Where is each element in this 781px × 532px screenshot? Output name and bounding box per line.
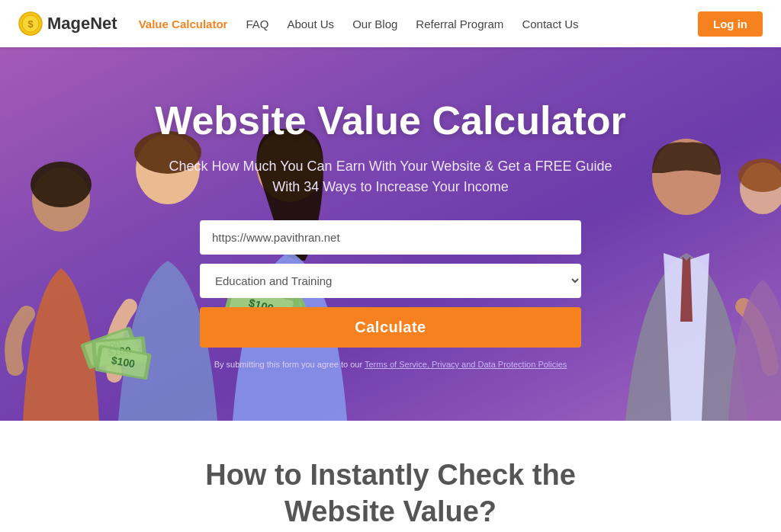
hero-title: Website Value Calculator	[124, 99, 657, 143]
nav-link-about-us[interactable]: About Us	[287, 18, 334, 30]
svg-text:$: $	[27, 18, 34, 30]
tos-text: By submitting this form you agree to our…	[214, 360, 567, 369]
hero-form: Education and Training Technology Financ…	[200, 220, 581, 369]
hero-section: $100 $100 $100	[0, 47, 781, 421]
below-hero-title: How to Instantly Check the Website Value…	[31, 457, 750, 530]
logo-link[interactable]: $ MageNet	[18, 11, 117, 36]
hero-content: Website Value Calculator Check How Much …	[93, 99, 688, 369]
hero-subtitle: Check How Much You Can Earn With Your We…	[124, 156, 657, 197]
url-input[interactable]	[200, 220, 581, 255]
tos-link[interactable]: Terms of Service, Privacy and Data Prote…	[365, 360, 567, 369]
hero-subtitle-line2: With 34 Ways to Increase Your Income	[272, 179, 508, 194]
nav-link-referral-program[interactable]: Referral Program	[416, 18, 503, 30]
below-hero-title-line1: How to Instantly Check the	[205, 459, 576, 491]
logo-icon: $	[18, 11, 43, 36]
hero-subtitle-line1: Check How Much You Can Earn With Your We…	[169, 159, 612, 174]
logo-text: MageNet	[47, 14, 117, 34]
nav-link-our-blog[interactable]: Our Blog	[352, 18, 397, 30]
navbar: $ MageNet Value Calculator FAQ About Us …	[0, 0, 781, 47]
nav-link-contact-us[interactable]: Contact Us	[522, 18, 578, 30]
nav-link-faq[interactable]: FAQ	[246, 18, 268, 30]
nav-links: Value Calculator FAQ About Us Our Blog R…	[139, 18, 698, 30]
category-select[interactable]: Education and Training Technology Financ…	[200, 264, 581, 298]
svg-point-6	[31, 162, 92, 207]
below-hero-title-line2: Website Value?	[284, 495, 497, 527]
login-button[interactable]: Log in	[698, 11, 763, 37]
calculate-button[interactable]: Calculate	[200, 307, 581, 348]
nav-link-value-calculator[interactable]: Value Calculator	[139, 18, 228, 30]
below-hero-section: How to Instantly Check the Website Value…	[0, 421, 781, 532]
